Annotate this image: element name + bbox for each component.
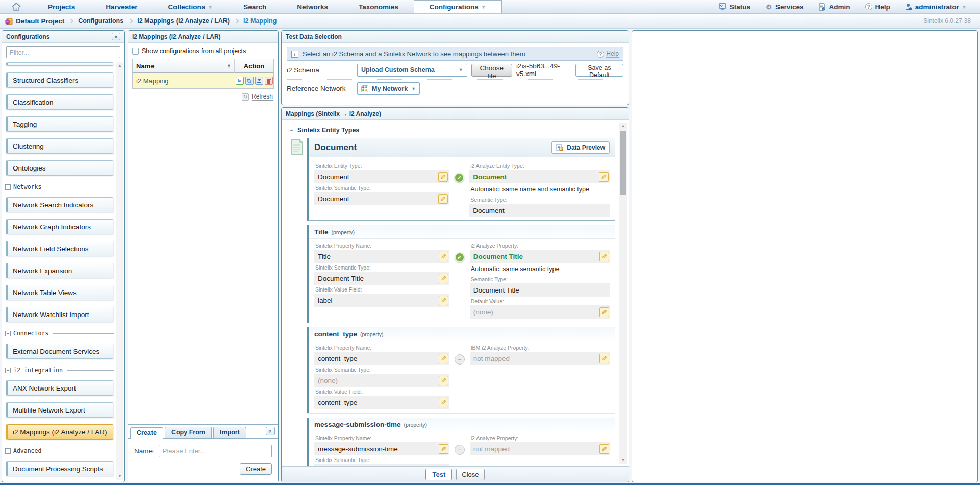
edit-pencil-icon[interactable] (438, 172, 448, 182)
network-select[interactable]: My Network ▼ (357, 82, 420, 95)
edit-pencil-icon[interactable] (439, 398, 448, 407)
sidebar-item-structured-classifiers[interactable]: Structured Classifiers (6, 72, 113, 88)
uploaded-file-name: i2is-5b63...49-v5.xml (516, 62, 571, 78)
status-button[interactable]: Status (713, 3, 757, 11)
list-item-partial[interactable] (6, 62, 113, 66)
breadcrumb-configurations[interactable]: Configurations (78, 17, 123, 25)
sidebar-item-i2-mappings[interactable]: i2 Mappings (i2 Analyze / LAR) (6, 424, 113, 440)
sidebar-scrollbar[interactable]: ▲ ▼ (116, 62, 123, 480)
nav-item-search[interactable]: Search (228, 0, 282, 13)
nav-item-configurations[interactable]: Configurations▼ (414, 0, 502, 13)
nav-item-harvester[interactable]: Harvester (90, 0, 153, 13)
nav-item-taxonomies[interactable]: Taxonomies (343, 0, 414, 13)
table-row[interactable]: i2 Mapping Ia ⧉ (133, 73, 273, 88)
edit-pencil-icon[interactable] (439, 296, 448, 305)
sintelix-side-fields: Sintelix Entity Type: Document Sintelix … (314, 161, 449, 217)
collapse-tree-icon[interactable]: − (289, 128, 294, 133)
test-button[interactable]: Test (425, 469, 452, 480)
edit-pencil-icon[interactable] (439, 376, 448, 385)
breadcrumb-i2-mappings[interactable]: i2 Mappings (i2 Analyze / LAR) (137, 17, 230, 25)
sidebar-item-anx-network-export[interactable]: ANX Network Export (6, 380, 113, 396)
info-icon: i (291, 51, 298, 58)
refresh-icon[interactable]: ↻ (242, 93, 249, 101)
scroll-down-icon[interactable]: ▼ (116, 473, 123, 480)
filter-input[interactable] (6, 46, 120, 58)
entity-card-document: Document Data Preview (307, 138, 615, 221)
user-menu[interactable]: administrator▼ (898, 3, 973, 11)
services-button[interactable]: ⚙ Services (759, 3, 810, 11)
edit-pencil-icon[interactable] (438, 194, 448, 204)
edit-pencil-icon[interactable] (599, 252, 609, 261)
save-as-default-button[interactable]: Save as Default (575, 64, 623, 77)
sidebar-item-network-field-selections[interactable]: Network Field Selections (6, 241, 113, 256)
create-area: Create Copy From Import » Name: Create (128, 424, 278, 482)
data-preview-button[interactable]: Data Preview (551, 141, 610, 154)
help-button[interactable]: ? Help (859, 3, 896, 11)
edit-pencil-icon[interactable] (599, 307, 609, 317)
export-icon[interactable] (255, 77, 263, 85)
column-header-name[interactable]: Name ▲▼ (133, 59, 235, 73)
help-link[interactable]: ? Help (597, 50, 619, 58)
breadcrumb-project[interactable]: Default Project (16, 17, 64, 25)
choose-file-button[interactable]: Choose file (471, 64, 512, 77)
breadcrumb-i2-mapping[interactable]: i2 Mapping (243, 17, 277, 25)
collapse-group-icon[interactable]: − (5, 331, 11, 336)
edit-pencil-icon[interactable] (439, 354, 448, 363)
collapse-group-icon[interactable]: − (5, 368, 11, 373)
nav-item-projects[interactable]: Projects (33, 0, 90, 13)
home-button[interactable] (0, 0, 33, 13)
scrollbar-thumb[interactable] (620, 131, 626, 195)
sidebar-item-classification[interactable]: Classification (6, 94, 113, 110)
sidebar-item-external-document-services[interactable]: External Document Services (6, 344, 113, 359)
sidebar-item-ontologies[interactable]: Ontologies (6, 160, 113, 176)
show-all-projects-label: Show configurations from all projects (142, 47, 246, 55)
rename-icon[interactable]: Ia (236, 77, 244, 85)
sidebar-item-network-graph-indicators[interactable]: Network Graph Indicators (6, 219, 113, 234)
nav-item-collections[interactable]: Collections▼ (153, 0, 229, 13)
refresh-link[interactable]: Refresh (252, 93, 273, 101)
default-value: (none) (470, 305, 610, 319)
admin-button[interactable]: Admin (812, 3, 857, 11)
edit-pencil-icon[interactable] (599, 354, 609, 363)
copy-icon[interactable]: ⧉ (245, 77, 254, 85)
sidebar-item-network-table-views[interactable]: Network Table Views (6, 285, 113, 300)
nav-item-networks[interactable]: Networks (282, 0, 343, 13)
property-section-message-submission-time: message-submission-time (property) Sinte… (307, 418, 615, 466)
sidebar-item-multifile-network-export[interactable]: Multifile Network Export (6, 402, 113, 418)
sidebar-item-document-processing-scripts[interactable]: Document Processing Scripts (6, 461, 113, 476)
collapse-group-icon[interactable]: − (5, 184, 11, 190)
collapse-create-area-button[interactable]: » (266, 427, 275, 435)
mappings-scrollbar[interactable]: ▲ ▼ (619, 123, 627, 464)
chevron-down-icon: ▼ (962, 4, 967, 10)
tab-import[interactable]: Import (213, 427, 246, 438)
delete-icon[interactable] (265, 77, 273, 85)
edit-pencil-icon[interactable] (439, 444, 448, 454)
tab-copy-from[interactable]: Copy From (165, 427, 212, 438)
sidebar-item-network-search-indicators[interactable]: Network Search Indicators (6, 197, 113, 212)
close-button[interactable]: Close (456, 469, 484, 480)
edit-pencil-icon[interactable] (599, 444, 609, 454)
not-mapped-icon: − (455, 354, 465, 365)
collapse-group-icon[interactable]: − (5, 448, 11, 454)
scroll-up-icon[interactable]: ▲ (116, 62, 123, 69)
schema-select[interactable]: Upload Custom Schema ▼ (357, 64, 467, 77)
scroll-up-icon[interactable]: ▲ (619, 123, 627, 130)
mappings-content: − Sintelix Entity Types Document (282, 120, 629, 466)
i2-mappings-list-panel: i2 Mappings (i2 Analyze / LAR) Show conf… (128, 30, 279, 482)
sidebar-item-network-watchlist-import[interactable]: Network Watchlist Import (6, 307, 113, 322)
edit-pencil-icon[interactable] (439, 274, 448, 283)
new-config-name-input[interactable] (159, 445, 272, 457)
collapse-panel-button[interactable]: « (112, 33, 120, 40)
edit-pencil-icon[interactable] (599, 172, 609, 182)
tab-create[interactable]: Create (130, 427, 163, 439)
sintelix-property-name-value: Title (314, 250, 449, 263)
scroll-down-icon[interactable]: ▼ (619, 457, 627, 464)
config-name-cell[interactable]: i2 Mapping (133, 73, 235, 88)
sidebar-item-clustering[interactable]: Clustering (6, 138, 113, 154)
sidebar-item-network-expansion[interactable]: Network Expansion (6, 263, 113, 278)
create-button[interactable]: Create (240, 463, 272, 475)
show-all-projects-checkbox[interactable] (132, 48, 139, 55)
sort-icon[interactable]: ▲▼ (227, 63, 231, 68)
edit-pencil-icon[interactable] (439, 252, 448, 261)
sidebar-item-tagging[interactable]: Tagging (6, 116, 113, 132)
